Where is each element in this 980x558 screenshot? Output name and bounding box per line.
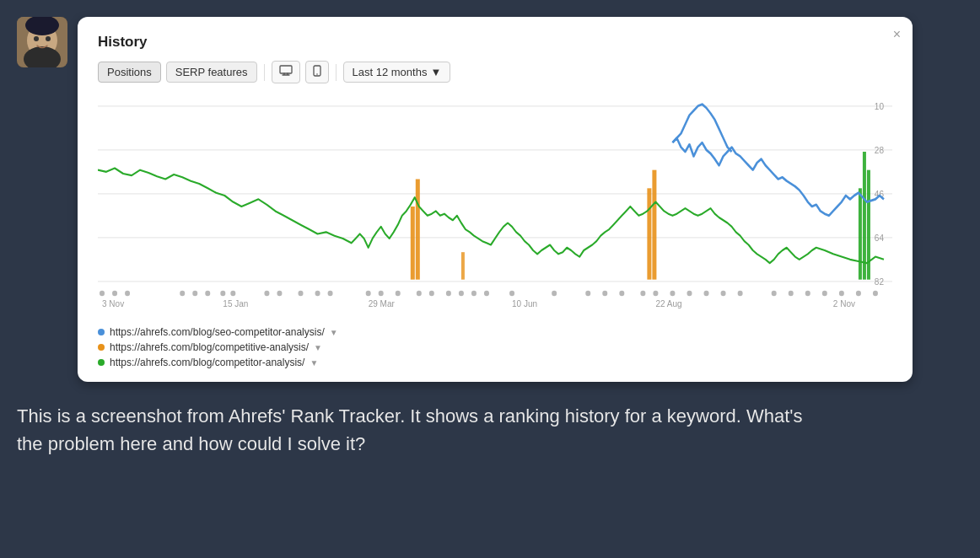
legend-item-orange: https://ahrefs.com/blog/competitive-anal… — [98, 341, 892, 353]
svg-point-73 — [873, 291, 878, 297]
svg-point-56 — [552, 291, 557, 297]
svg-point-49 — [417, 291, 422, 297]
svg-point-51 — [446, 291, 451, 297]
toolbar: Positions SERP features — [98, 61, 892, 83]
svg-rect-20 — [416, 180, 420, 280]
svg-rect-21 — [461, 252, 465, 280]
svg-point-52 — [459, 291, 464, 297]
close-icon[interactable]: × — [893, 27, 901, 42]
svg-point-60 — [640, 291, 645, 297]
chat-container: × History Positions SERP features — [17, 17, 963, 458]
svg-text:82: 82 — [875, 277, 884, 287]
svg-point-8 — [316, 73, 318, 75]
svg-point-34 — [112, 291, 117, 297]
svg-text:10 Jun: 10 Jun — [512, 299, 537, 309]
svg-point-57 — [585, 291, 590, 297]
svg-point-72 — [856, 291, 861, 297]
svg-point-61 — [653, 291, 658, 297]
svg-point-38 — [205, 291, 210, 297]
svg-rect-19 — [411, 207, 415, 280]
toolbar-separator — [264, 64, 265, 81]
svg-text:22 Aug: 22 Aug — [655, 299, 681, 309]
svg-text:3 Nov: 3 Nov — [102, 299, 125, 309]
legend-arrow-green[interactable]: ▼ — [310, 358, 318, 368]
legend-dot-blue — [98, 329, 105, 335]
chart-legend: https://ahrefs.com/blog/seo-competitor-a… — [98, 326, 892, 368]
serp-features-tab[interactable]: SERP features — [166, 62, 257, 83]
legend-dot-orange — [98, 344, 105, 351]
mobile-icon-button[interactable] — [305, 61, 329, 83]
svg-rect-22 — [647, 188, 651, 279]
svg-point-69 — [805, 291, 810, 297]
legend-item-green: https://ahrefs.com/blog/competitor-analy… — [98, 357, 892, 368]
svg-point-62 — [670, 291, 675, 297]
svg-text:15 Jan: 15 Jan — [223, 299, 248, 309]
svg-point-46 — [366, 291, 371, 297]
legend-item-blue: https://ahrefs.com/blog/seo-competitor-a… — [98, 326, 892, 338]
svg-point-54 — [484, 291, 489, 297]
chevron-down-icon: ▼ — [430, 66, 441, 78]
time-range-dropdown[interactable]: Last 12 months ▼ — [343, 62, 451, 83]
svg-rect-25 — [863, 152, 866, 280]
svg-point-55 — [509, 291, 514, 297]
message-row: × History Positions SERP features — [17, 17, 963, 382]
svg-point-39 — [220, 291, 225, 297]
svg-point-40 — [230, 291, 235, 297]
svg-point-70 — [822, 291, 827, 297]
chart-area: 10 28 46 64 82 — [98, 97, 892, 316]
svg-point-41 — [264, 291, 269, 297]
svg-point-59 — [619, 291, 624, 297]
svg-point-68 — [789, 291, 794, 297]
svg-point-43 — [299, 291, 304, 297]
avatar — [17, 17, 67, 67]
svg-point-50 — [429, 291, 434, 297]
message-content: × History Positions SERP features — [78, 17, 963, 382]
svg-point-37 — [192, 291, 197, 297]
svg-point-44 — [315, 291, 320, 297]
svg-point-36 — [180, 291, 185, 297]
svg-point-48 — [396, 291, 401, 297]
svg-point-58 — [602, 291, 607, 297]
svg-rect-24 — [859, 188, 862, 279]
svg-text:29 Mar: 29 Mar — [369, 299, 396, 309]
svg-point-66 — [738, 291, 743, 297]
svg-point-64 — [704, 291, 709, 297]
toolbar-separator2 — [336, 64, 337, 81]
svg-point-45 — [328, 291, 333, 297]
card-title: History — [98, 34, 892, 51]
positions-tab[interactable]: Positions — [98, 62, 161, 83]
svg-text:64: 64 — [875, 233, 884, 243]
svg-point-47 — [379, 291, 384, 297]
text-message: This is a screenshot from Ahrefs' Rank T… — [17, 395, 827, 458]
legend-arrow-blue[interactable]: ▼ — [330, 328, 338, 337]
history-card: × History Positions SERP features — [78, 17, 913, 382]
desktop-icon-button[interactable] — [272, 61, 300, 83]
svg-point-53 — [471, 291, 477, 297]
svg-point-4 — [46, 36, 51, 41]
svg-rect-6 — [280, 66, 292, 73]
svg-point-67 — [772, 291, 777, 297]
legend-arrow-orange[interactable]: ▼ — [314, 343, 322, 352]
svg-point-33 — [100, 291, 105, 297]
ranking-chart: 10 28 46 64 82 — [98, 97, 892, 316]
svg-point-35 — [125, 291, 130, 297]
svg-text:10: 10 — [875, 102, 884, 111]
svg-rect-23 — [652, 170, 656, 280]
svg-point-3 — [34, 36, 39, 41]
svg-point-63 — [687, 291, 692, 297]
svg-text:28: 28 — [875, 146, 884, 155]
svg-point-71 — [839, 291, 844, 297]
legend-dot-green — [98, 359, 105, 366]
svg-point-65 — [721, 291, 726, 297]
svg-point-42 — [277, 291, 282, 297]
svg-text:2 Nov: 2 Nov — [833, 299, 856, 309]
